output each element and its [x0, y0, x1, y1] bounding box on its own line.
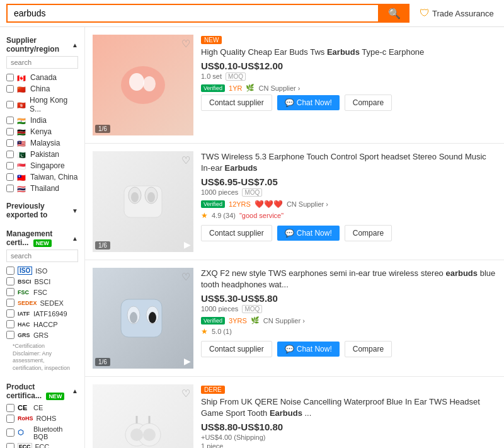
cert-item-bluetooth[interactable]: ⬡ Bluetooth BQB — [6, 424, 78, 442]
wishlist-button-4[interactable]: ♡ — [181, 388, 190, 399]
bsci-checkbox[interactable] — [6, 277, 14, 285]
contact-button-3[interactable]: Contact supplier — [201, 341, 272, 357]
fsc-mgmt-icon: FSC — [18, 289, 30, 296]
wishlist-button-1[interactable]: ♡ — [181, 38, 190, 50]
sidebar-item-singapore[interactable]: 🇸🇬 Singapore — [6, 160, 78, 171]
ce-checkbox[interactable] — [6, 404, 14, 412]
search-button[interactable]: 🔍 — [379, 4, 410, 23]
kenya-checkbox[interactable] — [6, 128, 14, 135]
moq-label-1: MOQ — [226, 72, 246, 81]
sidebar-item-kenya[interactable]: 🇰🇪 Kenya — [6, 126, 78, 137]
fsc-mgmt-checkbox[interactable] — [6, 288, 14, 296]
svg-point-16 — [143, 428, 156, 441]
canada-checkbox[interactable] — [6, 74, 14, 81]
product-cert-header[interactable]: Product certifica... NEW ▲ — [6, 382, 78, 400]
grs-label: GRS — [33, 331, 49, 339]
sidebar-item-hongkong[interactable]: 🇭🇰 Hong Kong S... — [6, 95, 78, 115]
search-input[interactable]: earbuds — [6, 4, 379, 23]
malaysia-checkbox[interactable] — [6, 139, 14, 147]
wishlist-button-2[interactable]: ♡ — [181, 154, 190, 166]
product-card-1: ♡ 1/6 NEW High Quality Cheap Ear Buds Tw… — [85, 27, 504, 144]
svg-point-1 — [129, 73, 144, 91]
chat-icon-2: 💬 — [285, 229, 294, 238]
iso-checkbox[interactable] — [6, 267, 14, 275]
bsci-label: BSCI — [35, 278, 51, 285]
sedex-checkbox[interactable] — [6, 299, 14, 307]
prev-exported-header[interactable]: Previously exported to ▼ — [6, 202, 78, 219]
chat-button-2[interactable]: 💬 Chat Now! — [277, 226, 340, 241]
wishlist-button-3[interactable]: ♡ — [181, 271, 190, 283]
img-counter-3: 1/6 — [95, 358, 110, 366]
cert-item-fcc[interactable]: FCC FCC — [6, 442, 78, 448]
grs-icon: GRS — [18, 332, 30, 338]
cert-item-bsci[interactable]: BSCI BSCI — [6, 276, 78, 287]
product-info-4: DERE Ship From UK QERE Noise Cancelling … — [201, 384, 496, 448]
sidebar-item-taiwan[interactable]: 🇹🇼 Taiwan, China — [6, 171, 78, 183]
compare-button-3[interactable]: Compare — [345, 341, 392, 357]
trade-assurance-label: Trade Assurance — [432, 9, 494, 18]
shipping-note-4: +US$4.00 (Shipping) — [201, 434, 496, 441]
compare-button-2[interactable]: Compare — [345, 225, 392, 241]
india-flag-icon: 🇮🇳 — [17, 117, 27, 124]
haccp-checkbox[interactable] — [6, 320, 14, 328]
cert-item-fsc[interactable]: FSC FSC — [6, 287, 78, 297]
country-list: 🇨🇦 Canada 🇨🇳 China 🇭🇰 Hong Kong S... 🇮🇳 — [6, 72, 78, 194]
compare-button-1[interactable]: Compare — [345, 95, 392, 111]
chevron-down-icon: ▼ — [72, 207, 78, 214]
cert-item-iso[interactable]: ISO ISO — [6, 265, 78, 276]
sidebar: Supplier country/region ▲ 🇨🇦 Canada 🇨🇳 C… — [0, 27, 85, 448]
eco-icon-1: 🌿 — [246, 84, 255, 92]
rohs-checkbox[interactable] — [6, 415, 14, 423]
product-moq-2: 1000 pieces MOQ — [201, 188, 496, 196]
iatf-label: IATF16949 — [33, 310, 67, 318]
cert-item-iatf[interactable]: IATF IATF16949 — [6, 308, 78, 319]
sidebar-item-china[interactable]: 🇨🇳 China — [6, 83, 78, 95]
chat-icon-3: 💬 — [285, 345, 294, 353]
product-moq-1: 1.0 set MOQ — [201, 72, 496, 80]
cert-item-grs[interactable]: GRS GRS — [6, 330, 78, 340]
contact-button-1[interactable]: Contact supplier — [201, 95, 272, 111]
taiwan-checkbox[interactable] — [6, 173, 14, 181]
fcc-checkbox[interactable] — [6, 443, 14, 448]
cert-item-sedex[interactable]: SEDEX SEDEX — [6, 297, 78, 308]
mgmt-cert-search-input[interactable] — [6, 250, 78, 262]
comment-2: "good service" — [239, 212, 284, 219]
contact-button-2[interactable]: Contact supplier — [201, 225, 272, 241]
thailand-checkbox[interactable] — [6, 185, 14, 192]
china-checkbox[interactable] — [6, 85, 14, 93]
verified-badge-3: Verified — [201, 317, 225, 325]
product-image-wrap-1: ♡ 1/6 — [93, 35, 193, 135]
hongkong-flag-icon: 🇭🇰 — [17, 101, 26, 108]
sidebar-item-canada[interactable]: 🇨🇦 Canada — [6, 72, 78, 83]
country-search-input[interactable] — [6, 56, 78, 69]
iatf-checkbox[interactable] — [6, 309, 14, 318]
country-section-header[interactable]: Supplier country/region ▲ — [6, 36, 78, 54]
cert-item-haccp[interactable]: HAC HACCP — [6, 319, 78, 330]
pakistan-flag-icon: 🇵🇰 — [17, 151, 27, 158]
grs-checkbox[interactable] — [6, 331, 14, 339]
pakistan-checkbox[interactable] — [6, 151, 14, 158]
dere-tag-4: DERE — [201, 386, 225, 394]
img-counter-2: 1/6 — [95, 241, 110, 250]
cert-item-rohs[interactable]: RoHS ROHS — [6, 413, 78, 424]
sidebar-item-india[interactable]: 🇮🇳 India — [6, 115, 78, 126]
main-layout: Supplier country/region ▲ 🇨🇦 Canada 🇨🇳 C… — [0, 27, 504, 448]
product-image-3 — [93, 268, 193, 369]
product-cert-chevron-icon: ▲ — [72, 388, 78, 394]
bluetooth-checkbox[interactable] — [6, 428, 14, 437]
fcc-icon: FCC — [18, 443, 32, 448]
sidebar-item-pakistan[interactable]: 🇵🇰 Pakistan — [6, 149, 78, 160]
hongkong-checkbox[interactable] — [6, 101, 14, 108]
cert-item-ce[interactable]: CE CE — [6, 403, 78, 413]
mgmt-cert-header[interactable]: Management certi... NEW ▲ — [6, 229, 78, 247]
chat-button-3[interactable]: 💬 Chat Now! — [277, 342, 340, 357]
singapore-checkbox[interactable] — [6, 162, 14, 169]
sidebar-item-malaysia[interactable]: 🇲🇾 Malaysia — [6, 137, 78, 149]
sidebar-item-thailand[interactable]: 🇹🇭 Thailand — [6, 183, 78, 194]
chat-button-1[interactable]: 💬 Chat Now! — [277, 95, 340, 110]
supplier-row-1: Verified 1YR 🌿 CN Supplier › — [201, 84, 496, 92]
thailand-flag-icon: 🇹🇭 — [17, 185, 27, 192]
haccp-icon: HAC — [18, 321, 30, 328]
product-new-badge: NEW — [46, 393, 64, 400]
india-checkbox[interactable] — [6, 117, 14, 124]
